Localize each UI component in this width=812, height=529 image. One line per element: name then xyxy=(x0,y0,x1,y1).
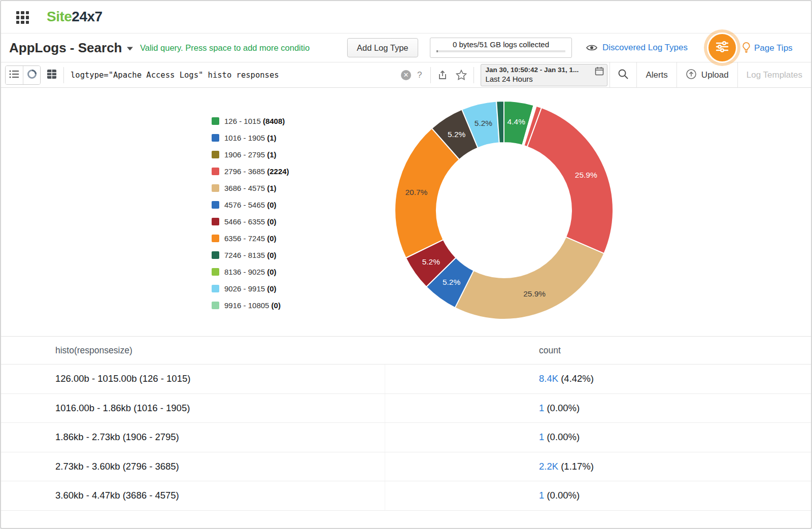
legend-label: 8136 - 9025 (0) xyxy=(224,268,277,276)
donut-slice-label: 5.2% xyxy=(422,257,441,266)
legend-item[interactable]: 9916 - 10805 (0) xyxy=(212,297,289,314)
search-button[interactable] xyxy=(610,62,636,88)
legend-item[interactable]: 9026 - 9915 (0) xyxy=(212,280,289,297)
table-row: 1016.00b - 1.86kb (1016 - 1905)1 (0.00%) xyxy=(1,394,811,423)
help-icon[interactable]: ? xyxy=(417,70,422,80)
legend-item[interactable]: 2796 - 3685 (2224) xyxy=(212,163,289,180)
query-bar: logtype="Apache Access Logs" histo respo… xyxy=(1,62,811,88)
eye-icon xyxy=(586,44,598,52)
search-icon xyxy=(618,69,629,82)
table-view-icon xyxy=(47,69,57,81)
donut-slice-label: 4.4% xyxy=(507,117,526,126)
page-tips-spotlight[interactable] xyxy=(708,34,736,61)
legend-swatch xyxy=(212,184,219,192)
list-view-button[interactable] xyxy=(6,66,23,84)
chart-view-button[interactable] xyxy=(23,66,40,84)
query-status-text: Valid query. Press space to add more con… xyxy=(140,43,310,53)
legend-swatch xyxy=(212,168,219,175)
legend-item[interactable]: 126 - 1015 (8408) xyxy=(212,113,289,129)
brand-suffix: 24x7 xyxy=(72,9,102,24)
lightbulb-icon xyxy=(742,42,751,54)
donut-slice-label: 25.9% xyxy=(523,289,546,298)
legend-item[interactable]: 7246 - 8135 (0) xyxy=(212,247,289,263)
upload-icon xyxy=(686,69,697,82)
log-templates-button[interactable]: Log Templates xyxy=(737,62,811,88)
legend-label: 9916 - 10805 (0) xyxy=(224,301,281,310)
donut-chart: 4.4%25.9%25.9%5.2%5.2%20.7%5.2%5.2% xyxy=(385,91,623,329)
legend-item[interactable]: 5466 - 6355 (0) xyxy=(212,213,289,230)
count-link[interactable]: 8.4K xyxy=(539,373,558,384)
histo-range-cell: 2.73kb - 3.60kb (2796 - 3685) xyxy=(1,452,385,481)
table-row: 3.60kb - 4.47kb (3686 - 4575)1 (0.00%) xyxy=(1,481,811,511)
divider xyxy=(430,67,431,83)
brand-logo[interactable]: Site24x7 xyxy=(47,9,103,25)
favorite-star-icon[interactable] xyxy=(456,70,467,80)
table-header-row: histo(responsesize) count xyxy=(1,337,811,365)
count-link[interactable]: 2.2K xyxy=(539,461,558,472)
histo-range-cell: 1016.00b - 1.86kb (1016 - 1905) xyxy=(1,394,385,423)
usage-text: 0 bytes/51 GB logs collected xyxy=(436,40,565,49)
count-percentage: (1.17%) xyxy=(558,461,594,472)
count-link[interactable]: 1 xyxy=(539,403,544,413)
page-title-dropdown[interactable]: AppLogs - Search xyxy=(9,40,133,56)
clear-query-icon[interactable]: ✕ xyxy=(401,70,411,80)
donut-slice-label: 25.9% xyxy=(575,171,597,179)
count-link[interactable]: 1 xyxy=(539,490,544,501)
donut-slice-label: 20.7% xyxy=(405,188,427,196)
usage-meter: 0 bytes/51 GB logs collected xyxy=(430,38,572,58)
add-log-type-button[interactable]: Add Log Type xyxy=(347,38,418,57)
legend-item[interactable]: 3686 - 4575 (1) xyxy=(212,180,289,196)
chevron-down-icon xyxy=(127,47,133,51)
legend-item[interactable]: 1906 - 2795 (1) xyxy=(212,146,289,163)
topbar: Site24x7 xyxy=(1,1,811,34)
legend-label: 126 - 1015 (8408) xyxy=(224,117,285,125)
count-link[interactable]: 1 xyxy=(539,432,544,442)
histo-range-cell: 1.86kb - 2.73kb (1906 - 2795) xyxy=(1,423,385,452)
count-cell: 1 (0.00%) xyxy=(385,403,811,414)
legend-swatch xyxy=(212,151,219,158)
calendar-icon xyxy=(595,67,604,78)
page-tips-button[interactable]: Page Tips xyxy=(742,42,793,54)
table-row: 126.00b - 1015.00b (126 - 1015)8.4K (4.4… xyxy=(1,365,811,394)
view-switcher xyxy=(5,65,41,85)
app-launcher-icon[interactable] xyxy=(16,11,29,24)
count-percentage: (4.42%) xyxy=(558,373,594,384)
count-percentage: (0.00%) xyxy=(544,403,580,413)
alerts-button[interactable]: Alerts xyxy=(636,62,676,88)
count-percentage: (0.00%) xyxy=(544,490,580,501)
applogs-page: Site24x7 AppLogs - Search Valid query. P… xyxy=(0,0,812,529)
legend-item[interactable]: 6356 - 7245 (0) xyxy=(212,230,289,247)
date-range-preset: Last 24 Hours xyxy=(485,75,603,83)
results-table: histo(responsesize) count 126.00b - 1015… xyxy=(1,336,811,511)
legend-label: 2796 - 3685 (2224) xyxy=(224,167,289,176)
table-view-button[interactable] xyxy=(47,69,57,81)
legend-label: 3686 - 4575 (1) xyxy=(224,184,277,192)
discovered-log-types-button[interactable]: Discovered Log Types xyxy=(586,43,688,53)
legend-label: 6356 - 7245 (0) xyxy=(224,234,277,243)
legend-item[interactable]: 1016 - 1905 (1) xyxy=(212,129,289,146)
share-icon[interactable] xyxy=(437,70,448,80)
legend-label: 4576 - 5465 (0) xyxy=(224,201,277,209)
table-row: 2.73kb - 3.60kb (2796 - 3685)2.2K (1.17%… xyxy=(1,452,811,482)
divider xyxy=(473,67,474,83)
legend-swatch xyxy=(212,251,219,259)
search-query-input[interactable]: logtype="Apache Access Logs" histo respo… xyxy=(71,71,401,80)
usage-progress-track xyxy=(436,50,565,52)
upload-button[interactable]: Upload xyxy=(676,62,737,88)
legend-swatch xyxy=(212,117,219,125)
legend-item[interactable]: 4576 - 5465 (0) xyxy=(212,196,289,213)
legend-swatch xyxy=(212,201,219,209)
count-percentage: (0.00%) xyxy=(544,432,580,442)
donut-slice[interactable] xyxy=(527,108,613,253)
legend-item[interactable]: 8136 - 9025 (0) xyxy=(212,263,289,280)
chart-section: 126 - 1015 (8408)1016 - 1905 (1)1906 - 2… xyxy=(1,88,811,336)
legend-label: 5466 - 6355 (0) xyxy=(224,217,277,226)
donut-slice[interactable] xyxy=(455,237,604,319)
date-range-picker[interactable]: Jan 30, 10:50:42 - Jan 31, 1... Last 24 … xyxy=(481,64,607,86)
legend-swatch xyxy=(212,302,219,309)
alerts-label: Alerts xyxy=(646,70,667,80)
donut-slice-label: 5.2% xyxy=(475,119,493,127)
brand-site: Site xyxy=(47,9,72,24)
usage-progress-fill xyxy=(436,50,438,52)
histo-range-cell: 126.00b - 1015.00b (126 - 1015) xyxy=(1,365,385,393)
